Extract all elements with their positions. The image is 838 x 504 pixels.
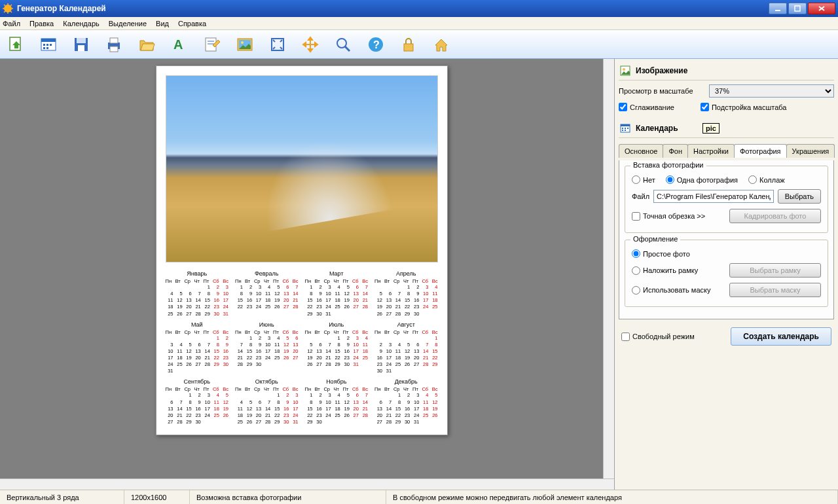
svg-line-6	[10, 11, 12, 12]
svg-line-8	[4, 11, 5, 12]
style-frame[interactable]: Наложить рамку	[632, 266, 698, 275]
style-frame-button[interactable]: Выбрать рамку	[729, 263, 821, 278]
file-label: Файл	[632, 192, 649, 200]
smoothing-checkbox[interactable]: Сглаживание	[619, 103, 674, 111]
tab-photo[interactable]: Фотография	[734, 144, 787, 158]
app-icon	[3, 3, 13, 14]
toolbar-print-icon[interactable]	[105, 35, 123, 54]
month-block: ЯнварьПнВтСрЧтПтСбВс00001234567891011121…	[166, 270, 229, 317]
toolbar-folder-icon[interactable]	[137, 35, 156, 54]
svg-rect-46	[622, 128, 623, 129]
opt-collage[interactable]: Коллаж	[748, 175, 785, 184]
svg-rect-49	[622, 130, 623, 131]
svg-line-7	[10, 5, 12, 6]
svg-text:?: ?	[373, 39, 380, 50]
svg-point-33	[241, 41, 244, 44]
calendar-page[interactable]: ЯнварьПнВтСрЧтПтСбВс00001234567891011121…	[156, 65, 448, 435]
tab-main[interactable]: Основное	[619, 144, 663, 158]
vertical-scrollbar[interactable]	[603, 59, 614, 478]
canvas-area: ЯнварьПнВтСрЧтПтСбВс00001234567891011121…	[0, 59, 614, 490]
maximize-button[interactable]	[788, 3, 807, 14]
svg-rect-41	[404, 44, 413, 51]
status-layout: Вертикальный 3 ряда	[0, 490, 124, 504]
month-block: АпрельПнВтСрЧтПтСбВс00012345678910111213…	[374, 270, 438, 317]
svg-rect-26	[110, 46, 118, 52]
svg-rect-47	[625, 128, 626, 129]
tab-background[interactable]: Фон	[663, 144, 688, 158]
menu-calendar[interactable]: Календарь	[63, 20, 100, 27]
svg-text:A: A	[173, 37, 183, 52]
image-icon	[620, 65, 630, 76]
style-mask-button[interactable]: Выбрать маску	[729, 283, 821, 297]
menu-view[interactable]: Вид	[156, 20, 169, 27]
close-button[interactable]	[808, 3, 835, 14]
right-panel: Изображение Просмотр в масштабе 37% Сгла…	[614, 59, 838, 490]
toolbar-picture-icon[interactable]	[236, 35, 254, 54]
toolbar-edit-icon[interactable]	[203, 35, 221, 54]
tab-decor[interactable]: Украшения	[786, 144, 835, 158]
svg-rect-19	[43, 47, 45, 49]
calendar-grid: ЯнварьПнВтСрЧтПтСбВс00001234567891011121…	[166, 270, 438, 425]
toolbar-help-icon[interactable]: ?	[367, 35, 385, 54]
statusbar: Вертикальный 3 ряда 1200x1600 Возможна в…	[0, 490, 838, 504]
month-block: МайПнВтСрЧтПтСбВс00000123456789101112131…	[166, 321, 229, 375]
svg-rect-45	[621, 124, 630, 126]
calendar-section-title: Календарь	[636, 124, 678, 133]
toolbar-font-icon[interactable]: A	[170, 35, 189, 54]
toolbar-save-icon[interactable]	[72, 35, 90, 54]
menu-edit[interactable]: Правка	[29, 20, 54, 27]
toolbar-fit-icon[interactable]	[268, 35, 287, 54]
crop-button[interactable]: Кадрировать фото	[729, 209, 821, 223]
svg-rect-48	[627, 128, 628, 129]
menu-help[interactable]: Справка	[178, 20, 206, 27]
toolbar-move-icon[interactable]	[301, 35, 319, 54]
menu-selection[interactable]: Выделение	[109, 20, 147, 27]
toolbar-new-icon[interactable]	[7, 35, 25, 54]
month-block: СентябрьПнВтСрЧтПтСбВс001234567891011121…	[166, 378, 229, 425]
tab-settings[interactable]: Настройки	[687, 144, 735, 158]
scale-select[interactable]: 37%	[709, 84, 834, 98]
svg-rect-25	[110, 38, 118, 43]
toolbar: A ?	[0, 30, 838, 59]
toolbar-home-icon[interactable]	[432, 35, 450, 54]
horizontal-scrollbar[interactable]	[0, 478, 614, 490]
insert-photo-group: Вставка фотографии Нет Одна фотография К…	[625, 166, 828, 233]
toolbar-lock-icon[interactable]	[399, 35, 418, 54]
month-block: МартПнВтСрЧтПтСбВс1234567891011121314151…	[305, 270, 369, 317]
calendar-photo[interactable]	[166, 75, 438, 262]
image-section-title: Изображение	[636, 66, 687, 75]
toolbar-zoom-icon[interactable]	[334, 35, 352, 54]
pic-tooltip: pic	[702, 123, 720, 134]
canvas-viewport[interactable]: ЯнварьПнВтСрЧтПтСбВс00001234567891011121…	[0, 59, 603, 478]
file-browse-button[interactable]: Выбрать	[778, 189, 821, 204]
image-section-header: Изображение	[619, 62, 834, 81]
status-hint2: В свободном режиме можно передвигать люб…	[386, 490, 838, 504]
opt-one[interactable]: Одна фотография	[666, 175, 738, 184]
crop-checkbox[interactable]: Точная обрезка >>	[632, 212, 705, 221]
fitscale-checkbox[interactable]: Подстройка масштаба	[701, 103, 787, 111]
titlebar: Генератор Календарей	[0, 0, 838, 17]
month-block: ФевральПнВтСрЧтПтСбВс1234567891011121314…	[235, 270, 299, 317]
style-simple[interactable]: Простое фото	[632, 249, 690, 258]
scale-label: Просмотр в масштабе	[619, 87, 704, 95]
free-mode-checkbox[interactable]: Свободный режим	[621, 333, 695, 341]
svg-rect-16	[43, 44, 45, 46]
create-calendar-button[interactable]: Создать календарь	[731, 327, 831, 346]
calendar-section-header: Календарь pic	[619, 119, 834, 138]
menubar: Файл Правка Календарь Выделение Вид Спра…	[0, 17, 838, 30]
svg-rect-22	[77, 38, 86, 43]
status-hint1: Возможна вставка фотографии	[190, 490, 386, 504]
style-group: Оформление Простое фото Наложить рамку В…	[625, 240, 828, 307]
opt-none[interactable]: Нет	[632, 175, 655, 184]
menu-file[interactable]: Файл	[3, 20, 20, 27]
style-mask[interactable]: Использовать маску	[632, 286, 710, 295]
svg-rect-23	[78, 45, 84, 51]
calendar-icon	[620, 123, 630, 134]
toolbar-calendar-icon[interactable]	[39, 35, 58, 54]
minimize-button[interactable]	[769, 3, 787, 14]
panel-tabs: Основное Фон Настройки Фотография Украше…	[619, 143, 834, 158]
svg-rect-17	[46, 44, 48, 46]
month-block: АвгустПнВтСрЧтПтСбВс00000012345678910111…	[374, 321, 438, 375]
svg-rect-18	[50, 44, 52, 46]
file-path-input[interactable]	[653, 190, 774, 203]
